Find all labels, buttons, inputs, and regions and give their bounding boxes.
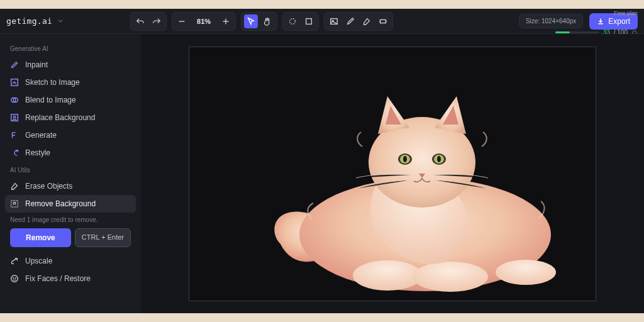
sidebar-item-label: Fix Faces / Restore	[25, 274, 91, 283]
hand-tool[interactable]	[260, 14, 274, 28]
svg-rect-11	[11, 201, 18, 208]
replace-bg-icon	[10, 113, 19, 122]
expand-tool[interactable]	[376, 14, 390, 28]
history-group	[130, 12, 167, 31]
section-generative-ai: Generative AI	[5, 40, 136, 56]
sidebar-item-label: Replace Background	[25, 113, 95, 122]
sidebar: Generative AI Inpaint Sketch to Image Bl…	[0, 34, 141, 313]
artboard-content	[189, 47, 596, 301]
crop-tool[interactable]	[302, 14, 316, 28]
canvas-size-chip[interactable]: Size: 1024×640px	[519, 14, 583, 28]
credit-hint: Need 1 image credit to remove.	[10, 214, 131, 228]
subject-cat-image	[262, 87, 564, 300]
sidebar-item-remove-bg[interactable]: Remove Background	[5, 195, 136, 213]
zoom-group: 81%	[172, 12, 236, 31]
svg-point-0	[290, 18, 296, 24]
brush-tool[interactable]	[343, 14, 357, 28]
sidebar-item-fix-faces[interactable]: Fix Faces / Restore	[5, 270, 136, 287]
sidebar-item-inpaint[interactable]: Inpaint	[5, 56, 136, 74]
app-frame: Free plan getimg.ai 81%	[0, 9, 644, 313]
chevron-down-icon	[57, 16, 64, 26]
upscale-icon	[10, 257, 19, 265]
app-name: getimg.ai	[6, 16, 52, 26]
undo-button[interactable]	[133, 14, 147, 28]
section-ai-utils: AI Utils	[5, 162, 136, 177]
svg-point-25	[403, 156, 407, 162]
top-toolbar: getimg.ai 81%	[0, 9, 644, 34]
generate-icon	[10, 131, 19, 140]
eraser-tool[interactable]	[360, 14, 374, 28]
sidebar-item-restyle[interactable]: Restyle	[5, 144, 136, 162]
svg-point-14	[13, 278, 14, 279]
select-tool-group	[282, 12, 319, 31]
face-icon	[10, 274, 19, 283]
zoom-level: 81%	[191, 18, 216, 25]
remove-bg-panel: Need 1 image credit to remove. Remove CT…	[5, 213, 136, 252]
sidebar-item-label: Remove Background	[25, 199, 96, 208]
svg-rect-1	[306, 18, 312, 24]
blend-icon	[10, 96, 19, 104]
svg-point-17	[353, 260, 422, 291]
remove-bg-icon	[10, 199, 19, 208]
image-tool[interactable]	[327, 14, 341, 28]
zoom-in-button[interactable]	[219, 14, 233, 28]
sidebar-item-label: Generate	[25, 131, 57, 140]
sidebar-item-label: Upscale	[25, 257, 52, 265]
artboard[interactable]	[189, 47, 596, 301]
sidebar-item-label: Erase Objects	[25, 182, 72, 191]
sidebar-item-label: Sketch to Image	[25, 78, 80, 87]
app-logo[interactable]: getimg.ai	[6, 16, 64, 26]
sidebar-item-label: Restyle	[25, 148, 50, 157]
credits-bar	[555, 31, 599, 33]
plan-label: Free plan	[614, 10, 638, 16]
sidebar-item-label: Blend to Image	[25, 96, 76, 104]
restyle-icon	[10, 148, 19, 157]
sidebar-item-upscale[interactable]: Upscale	[5, 252, 136, 270]
canvas-area[interactable]	[141, 34, 644, 313]
download-icon	[597, 18, 604, 25]
pointer-tool[interactable]	[244, 14, 258, 28]
nav-tool-group	[241, 12, 277, 31]
svg-point-12	[13, 202, 16, 204]
sidebar-item-sketch[interactable]: Sketch to Image	[5, 74, 136, 91]
svg-point-15	[15, 278, 16, 279]
svg-point-18	[413, 262, 488, 292]
marquee-tool[interactable]	[286, 14, 299, 28]
sidebar-item-replace-bg[interactable]: Replace Background	[5, 109, 136, 126]
zoom-out-button[interactable]	[175, 14, 189, 28]
redo-button[interactable]	[150, 14, 164, 28]
inpaint-icon	[10, 60, 19, 69]
edit-tool-group	[324, 12, 393, 31]
export-label: Export	[608, 17, 630, 26]
shortcut-chip: CTRL + Enter	[75, 228, 131, 247]
sidebar-item-blend[interactable]: Blend to Image	[5, 91, 136, 109]
sidebar-item-generate[interactable]: Generate	[5, 126, 136, 144]
svg-point-19	[496, 260, 556, 285]
sidebar-item-erase[interactable]: Erase Objects	[5, 177, 136, 195]
center-tool-cluster: 81%	[130, 12, 393, 31]
svg-point-13	[11, 275, 18, 282]
erase-icon	[10, 182, 19, 191]
sidebar-item-label: Inpaint	[25, 60, 48, 69]
svg-point-26	[437, 156, 441, 162]
svg-rect-4	[380, 19, 386, 23]
remove-button[interactable]: Remove	[10, 228, 71, 247]
sketch-icon	[10, 78, 19, 87]
svg-point-10	[13, 116, 16, 118]
app-body: Generative AI Inpaint Sketch to Image Bl…	[0, 34, 644, 313]
